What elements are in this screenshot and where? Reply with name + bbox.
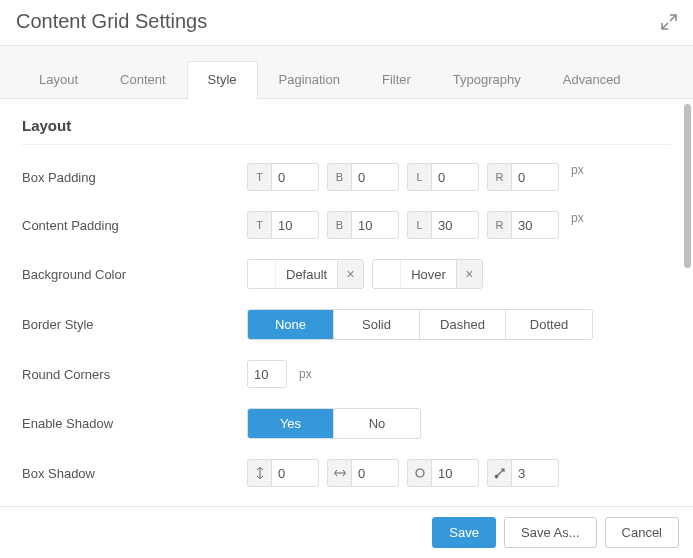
- box-padding-right-input[interactable]: [511, 163, 559, 191]
- box-shadow-horizontal-input[interactable]: [351, 459, 399, 487]
- round-corners-label: Round Corners: [22, 367, 247, 382]
- border-style-solid[interactable]: Solid: [334, 310, 420, 339]
- section-title: Layout: [22, 117, 671, 145]
- content-padding-bottom-input[interactable]: [351, 211, 399, 239]
- dialog-footer: Save Save As... Cancel: [0, 506, 693, 558]
- box-padding-right-label: R: [487, 163, 511, 191]
- tab-content[interactable]: Content: [99, 61, 187, 99]
- bg-default-color[interactable]: Default ×: [247, 259, 364, 289]
- box-padding-left-input[interactable]: [431, 163, 479, 191]
- bg-hover-clear-icon[interactable]: ×: [456, 260, 482, 288]
- vertical-icon: [247, 459, 271, 487]
- scrollbar-thumb[interactable]: [684, 104, 691, 268]
- box-padding-left-label: L: [407, 163, 431, 191]
- svg-point-1: [495, 475, 498, 478]
- bg-hover-swatch[interactable]: [373, 260, 401, 288]
- box-padding-top-input[interactable]: [271, 163, 319, 191]
- bg-hover-label: Hover: [401, 267, 456, 282]
- bg-default-clear-icon[interactable]: ×: [337, 260, 363, 288]
- horizontal-icon: [327, 459, 351, 487]
- box-padding-bottom-label: B: [327, 163, 351, 191]
- blur-icon: [407, 459, 431, 487]
- svg-point-0: [416, 469, 424, 477]
- content-padding-left-input[interactable]: [431, 211, 479, 239]
- box-shadow-vertical-input[interactable]: [271, 459, 319, 487]
- round-corners-unit: px: [299, 367, 312, 381]
- border-style-none[interactable]: None: [248, 310, 334, 339]
- box-padding-label: Box Padding: [22, 170, 247, 185]
- dialog-title: Content Grid Settings: [16, 10, 207, 33]
- spread-icon: [487, 459, 511, 487]
- box-padding-bottom-input[interactable]: [351, 163, 399, 191]
- tab-bar: Layout Content Style Pagination Filter T…: [0, 45, 693, 99]
- content-padding-right-input[interactable]: [511, 211, 559, 239]
- content-padding-bottom-label: B: [327, 211, 351, 239]
- border-style-dotted[interactable]: Dotted: [506, 310, 592, 339]
- tab-style[interactable]: Style: [187, 61, 258, 99]
- content-padding-top-label: T: [247, 211, 271, 239]
- content-padding-unit: px: [571, 211, 584, 225]
- box-padding-top-label: T: [247, 163, 271, 191]
- tab-advanced[interactable]: Advanced: [542, 61, 642, 99]
- box-padding-unit: px: [571, 163, 584, 177]
- content-padding-right-label: R: [487, 211, 511, 239]
- save-button[interactable]: Save: [432, 517, 496, 548]
- content-padding-label: Content Padding: [22, 218, 247, 233]
- enable-shadow-group: Yes No: [247, 408, 421, 439]
- border-style-group: None Solid Dashed Dotted: [247, 309, 593, 340]
- bg-default-label: Default: [276, 267, 337, 282]
- box-shadow-blur-input[interactable]: [431, 459, 479, 487]
- border-style-label: Border Style: [22, 317, 247, 332]
- box-shadow-spread-input[interactable]: [511, 459, 559, 487]
- content-padding-top-input[interactable]: [271, 211, 319, 239]
- border-style-dashed[interactable]: Dashed: [420, 310, 506, 339]
- enable-shadow-yes[interactable]: Yes: [248, 409, 334, 438]
- enable-shadow-label: Enable Shadow: [22, 416, 247, 431]
- bg-default-swatch[interactable]: [248, 260, 276, 288]
- tab-typography[interactable]: Typography: [432, 61, 542, 99]
- cancel-button[interactable]: Cancel: [605, 517, 679, 548]
- round-corners-input[interactable]: [247, 360, 287, 388]
- content-padding-left-label: L: [407, 211, 431, 239]
- bg-hover-color[interactable]: Hover ×: [372, 259, 483, 289]
- expand-icon[interactable]: [661, 14, 677, 30]
- tab-layout[interactable]: Layout: [18, 61, 99, 99]
- box-shadow-label: Box Shadow: [22, 466, 247, 481]
- tab-filter[interactable]: Filter: [361, 61, 432, 99]
- background-color-label: Background Color: [22, 267, 247, 282]
- enable-shadow-no[interactable]: No: [334, 409, 420, 438]
- tab-pagination[interactable]: Pagination: [258, 61, 361, 99]
- save-as-button[interactable]: Save As...: [504, 517, 597, 548]
